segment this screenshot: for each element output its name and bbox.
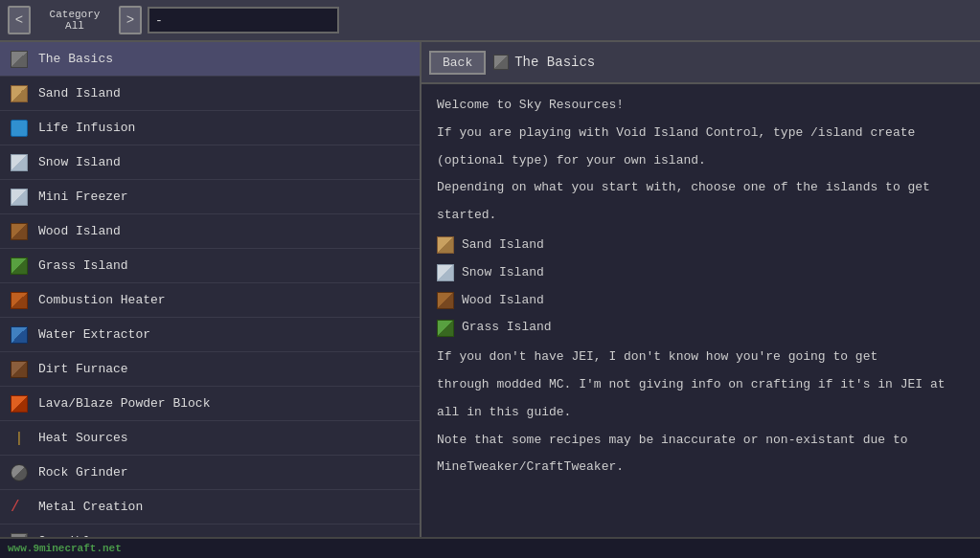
- item-label-minifreezer: Mini Freezer: [38, 190, 128, 204]
- island-item-grass: Grass Island: [437, 316, 965, 340]
- search-input[interactable]: [148, 7, 339, 33]
- watermark: www.9minecraft.net: [8, 543, 122, 554]
- para2: (optional type) for your own island.: [437, 151, 965, 171]
- back-button[interactable]: Back: [429, 51, 486, 75]
- content-area: The Basics Sand Island Life Infusion Sno…: [0, 42, 980, 537]
- right-header: Back The Basics: [422, 42, 980, 84]
- header-icon: [493, 55, 509, 70]
- item-icon-sand: [10, 84, 29, 103]
- list-item[interactable]: Wood Island: [0, 214, 420, 249]
- item-icon-rock: [10, 463, 29, 482]
- item-icon-combustion: [10, 291, 29, 310]
- wood-icon: [437, 292, 454, 309]
- status-bar: www.9minecraft.net: [0, 537, 980, 558]
- header-bar: < Category All >: [0, 0, 980, 42]
- para6: through modded MC. I'm not giving info o…: [437, 375, 965, 395]
- category-label: Category: [50, 9, 101, 20]
- main-container: < Category All > The Basics Sand Island: [0, 0, 980, 558]
- list-item[interactable]: Crucible: [0, 525, 420, 537]
- item-icon-snow: [10, 153, 29, 172]
- item-label-dirt: Dirt Furnace: [38, 362, 128, 376]
- intro-text: Welcome to Sky Resources!: [437, 96, 965, 116]
- item-label-heat: Heat Sources: [38, 431, 128, 445]
- category-value: All: [65, 20, 84, 32]
- item-icon-heat: |: [10, 429, 29, 448]
- item-label-rock: Rock Grinder: [38, 465, 128, 480]
- right-panel: Back The Basics Welcome to Sky Resources…: [422, 42, 980, 537]
- sand-icon: [437, 236, 454, 254]
- item-icon-water: [10, 325, 29, 345]
- para7: all in this guide.: [437, 403, 965, 423]
- right-panel-title: The Basics: [514, 55, 595, 70]
- para9: MineTweaker/CraftTweaker.: [437, 458, 965, 478]
- left-panel: The Basics Sand Island Life Infusion Sno…: [0, 42, 422, 537]
- island-item-snow: Snow Island: [437, 261, 965, 285]
- item-icon-metal: /: [10, 498, 29, 517]
- para3: Depending on what you start with, choose…: [437, 178, 965, 198]
- item-icon-basics: [10, 50, 29, 69]
- prev-arrow[interactable]: <: [8, 6, 31, 34]
- para1: If you are playing with Void Island Cont…: [437, 123, 965, 144]
- item-icon-life: [10, 119, 29, 138]
- right-content: Welcome to Sky Resources! If you are pla…: [422, 84, 980, 537]
- item-label-wood: Wood Island: [38, 224, 121, 238]
- list-item[interactable]: The Basics: [0, 42, 420, 77]
- island-item-sand: Sand Island: [437, 234, 965, 257]
- list-item[interactable]: Rock Grinder: [0, 456, 420, 490]
- island-item-wood: Wood Island: [437, 289, 965, 313]
- list-item[interactable]: Sand Island: [0, 77, 420, 111]
- para8: Note that some recipes may be inaccurate…: [437, 431, 965, 451]
- next-arrow[interactable]: >: [119, 6, 142, 34]
- item-icon-lava: [10, 394, 29, 413]
- category-box: Category All: [36, 9, 113, 32]
- item-label-basics: The Basics: [38, 52, 113, 66]
- list-item[interactable]: Dirt Furnace: [0, 352, 420, 387]
- item-icon-grass: [10, 257, 29, 276]
- list-item[interactable]: / Metal Creation: [0, 490, 420, 525]
- content-text: Welcome to Sky Resources! If you are pla…: [437, 96, 965, 478]
- item-label-life: Life Infusion: [38, 121, 135, 135]
- para5: If you don't have JEI, I don't know how …: [437, 347, 965, 368]
- item-icon-minifreezer: [10, 188, 29, 207]
- item-label-water: Water Extractor: [38, 327, 150, 342]
- list-item[interactable]: Water Extractor: [0, 318, 420, 352]
- item-label-metal: Metal Creation: [38, 500, 143, 514]
- list-item[interactable]: Life Infusion: [0, 111, 420, 145]
- para4: started.: [437, 206, 965, 226]
- list-item[interactable]: Grass Island: [0, 249, 420, 283]
- item-label-grass: Grass Island: [38, 258, 128, 273]
- list-item[interactable]: Lava/Blaze Powder Block: [0, 387, 420, 421]
- list-item[interactable]: Mini Freezer: [0, 180, 420, 214]
- list-item[interactable]: Snow Island: [0, 145, 420, 180]
- item-icon-wood: [10, 222, 29, 241]
- item-icon-dirt: [10, 360, 29, 379]
- right-header-title: The Basics: [493, 55, 595, 70]
- item-label-snow: Snow Island: [38, 155, 121, 169]
- item-label-combustion: Combustion Heater: [38, 293, 166, 307]
- list-item[interactable]: Combustion Heater: [0, 283, 420, 318]
- snow-icon: [437, 264, 454, 281]
- item-label-lava: Lava/Blaze Powder Block: [38, 396, 210, 411]
- item-label-sand: Sand Island: [38, 86, 121, 100]
- grass-icon: [437, 320, 454, 337]
- list-item[interactable]: | Heat Sources: [0, 421, 420, 456]
